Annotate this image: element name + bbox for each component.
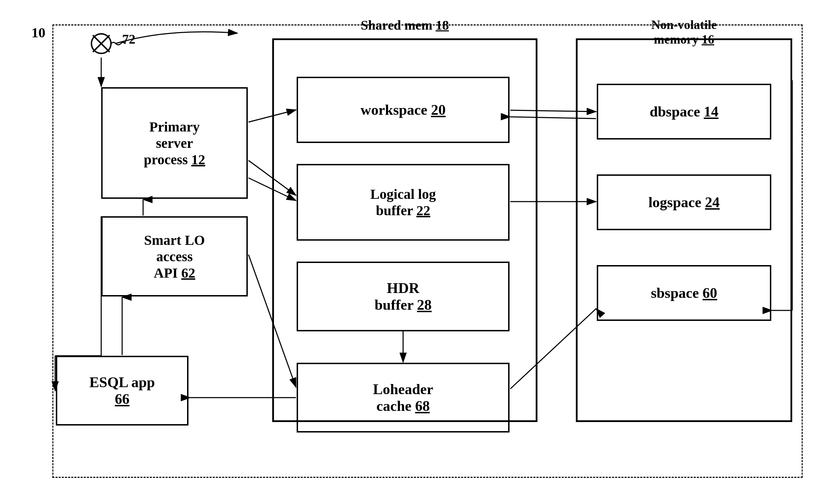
loheader-cache-label: Loheadercache 68 [373,381,433,414]
logspace-label: logspace 24 [648,194,720,211]
logical-log-buffer-label: Logical logbuffer 22 [370,186,436,219]
esql-app-label: ESQL app66 [89,374,155,407]
lamp-icon [87,30,115,58]
label-10: 10 [31,24,45,41]
logical-log-buffer-box: Logical logbuffer 22 [297,164,510,241]
hdr-buffer-label: HDRbuffer 28 [374,280,432,313]
primary-server-box: Primaryserverprocess 12 [101,87,248,199]
smart-lo-box: Smart LOaccessAPI 62 [101,216,248,296]
primary-server-label: Primaryserverprocess 12 [144,119,205,168]
label-72: 72 [122,31,135,47]
sbspace-label: sbspace 60 [651,285,717,301]
shared-mem-label: Shared mem 18 [272,17,537,33]
sbspace-box: sbspace 60 [597,265,771,321]
workspace-label: workspace 20 [361,101,446,118]
esql-app-box: ESQL app66 [56,356,188,426]
logspace-box: logspace 24 [597,174,771,230]
dbspace-box: dbspace 14 [597,84,771,140]
hdr-buffer-box: HDRbuffer 28 [297,262,510,331]
non-volatile-label: Non-volatilememory 16 [576,17,792,47]
dbspace-label: dbspace 14 [649,103,718,120]
workspace-box: workspace 20 [297,77,510,143]
loheader-cache-box: Loheadercache 68 [297,363,510,432]
diagram-container: 10 72 Shared mem 18 workspace 20 Logical… [10,10,820,492]
smart-lo-label: Smart LOaccessAPI 62 [144,232,205,281]
